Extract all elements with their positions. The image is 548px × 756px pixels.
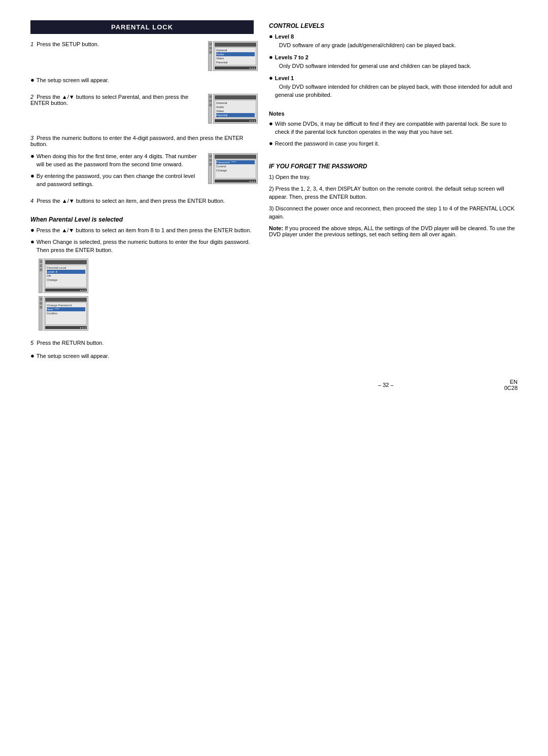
page-footer: – 32 – EN 0C28 (30, 379, 518, 391)
screen-mockup-b: Change Password New: **** Confirm ■ ■ ■ (44, 296, 88, 331)
screen-side-bar-b (39, 296, 43, 331)
menu-item: Parental (216, 60, 255, 64)
side-btn (40, 298, 43, 301)
step-3-bullet-1-text: When doing this for the first time, ente… (37, 152, 204, 169)
step-5-number: 5 (30, 340, 33, 346)
side-btn (40, 260, 43, 263)
menu-item: Audio (216, 105, 255, 109)
notes-title: Notes (269, 111, 518, 117)
when-parental-bullet-2: ● When Change is selected, press the num… (30, 238, 254, 255)
parental-lock-header: PARENTAL LOCK (30, 20, 254, 34)
menu-item-password: Password: **** (216, 160, 255, 164)
parental-screen-b: Change Password New: **** Confirm ■ ■ ■ (39, 296, 84, 331)
bullet-dot: ● (30, 152, 35, 161)
step-5-bullet-text: The setup screen will appear. (37, 352, 254, 361)
screen-menu-b: Change Password New: **** Confirm (45, 302, 87, 325)
step-1-text: 1 Press the SETUP button. (30, 41, 204, 47)
menu-item-change: Change (47, 278, 85, 282)
step-3-instruction: Press the numeric buttons to enter the 4… (30, 135, 243, 147)
side-btn (209, 159, 212, 162)
screen-bottom-bar: ■ ■ ■ (215, 179, 256, 183)
forget-note: Note: If you proceed the above steps, AL… (269, 225, 518, 237)
screen-side-bar-2 (208, 94, 212, 124)
when-parental-bullet-1-text: Press the ▲/▼ buttons to select an item … (37, 226, 254, 235)
level-8-desc: DVD software of any grade (adult/general… (275, 42, 456, 48)
bullet-dot: ● (269, 32, 273, 41)
side-btn (209, 51, 212, 54)
side-btn (209, 95, 212, 98)
step-5-bullet: ● The setup screen will appear. (30, 352, 254, 361)
bullet-dot: ● (269, 120, 273, 128)
menu-item-change-header: Change Password (47, 303, 85, 307)
forget-note-text: If you proceed the above steps, ALL the … (269, 225, 515, 237)
screen-dots: ■ ■ ■ (249, 179, 255, 183)
when-parental-bullet-2-text: When Change is selected, press the numer… (37, 238, 254, 255)
step-3-bullet-2-text: By entering the password, you can then c… (37, 172, 204, 189)
step-3-screen: Password: **** Control Change ■ ■ ■ (208, 153, 254, 184)
screen-dots: ■ ■ ■ (80, 326, 86, 329)
forget-step-2-text: 2) Press the 1, 2, 3, 4, then DISPLAY bu… (269, 185, 518, 201)
screen-bottom-bar: ■ ■ ■ (45, 326, 87, 329)
side-btn (40, 302, 43, 305)
menu-item-parental-active: Parental (216, 113, 255, 117)
screen-mockup-1: General Audio Video Parental ■ ■ ■ (213, 41, 258, 71)
menu-item: Video (216, 109, 255, 113)
bullet-dot: ● (30, 76, 35, 85)
forget-step-3: 3) Disconnect the power once and reconne… (269, 204, 518, 221)
level-8-block: Level 8 DVD software of any grade (adult… (275, 32, 456, 49)
side-btn (209, 103, 212, 106)
levels-7-2-item: ● Levels 7 to 2 Only DVD software intend… (269, 53, 518, 70)
step-4-number: 4 (30, 198, 33, 204)
level-1-label: Level 1 (275, 75, 294, 81)
screen-side-bar-3 (208, 153, 212, 184)
screen-top (215, 43, 256, 47)
notes-section: Notes ● With some DVDs, it may be diffic… (269, 111, 518, 151)
level-8-label: Level 8 (275, 33, 294, 40)
step-1-screen: General Audio Video Parental ■ ■ ■ (208, 41, 254, 71)
levels-7-2-block: Levels 7 to 2 Only DVD software intended… (275, 53, 471, 70)
step-3-text-block: 3 Press the numeric buttons to enter the… (30, 135, 254, 147)
footer-code: 0C28 (504, 385, 518, 391)
footer-lang: EN (504, 379, 518, 385)
menu-item-confirm: Confirm (47, 311, 85, 315)
screen-top (45, 298, 87, 302)
note-2: ● Record the password in case you forget… (269, 139, 518, 148)
bullet-dot: ● (269, 139, 273, 148)
levels-7-2-label: Levels 7 to 2 (275, 54, 309, 60)
forget-step-3-text: 3) Disconnect the power once and reconne… (269, 204, 518, 221)
right-column: CONTROL LEVELS ● Level 8 DVD software of… (269, 20, 518, 364)
screen-top (45, 260, 87, 264)
screen-bottom-bar: ■ ■ ■ (45, 289, 87, 292)
step-3-details: ● When doing this for the first time, en… (30, 152, 254, 192)
side-btn (209, 43, 212, 46)
step-1-instruction: Press the SETUP button. (37, 41, 99, 47)
screen-top (215, 155, 256, 159)
level-8-item: ● Level 8 DVD software of any grade (adu… (269, 32, 518, 49)
menu-item: Control (216, 164, 255, 168)
step-3-number: 3 (30, 135, 33, 141)
step-2-instruction: Press the ▲/▼ buttons to select Parental… (30, 94, 188, 106)
forget-password-title: IF YOU FORGET THE PASSWORD (269, 163, 518, 170)
note-1: ● With some DVDs, it may be difficult to… (269, 120, 518, 136)
screen-mockup-2: General Audio Video Parental ■ ■ ■ (213, 94, 258, 124)
bullet-dot: ● (269, 74, 273, 83)
screen-menu-a: Parental Level Level: 8 Off Change (45, 265, 87, 287)
bullet-dot: ● (269, 53, 273, 62)
screen-bottom-bar: ■ ■ ■ (215, 119, 256, 122)
when-parental-title: When Parental Level is selected (30, 216, 254, 223)
step-5-instruction: Press the RETURN button. (37, 340, 104, 346)
step-3-bullet-2: ● By entering the password, you can then… (30, 172, 204, 189)
step-2-screen: General Audio Video Parental ■ ■ ■ (208, 94, 254, 124)
screen-mockup-3: Password: **** Control Change ■ ■ ■ (213, 153, 258, 184)
side-btn (209, 155, 212, 158)
screen-top (215, 95, 256, 99)
screen-menu-2: General Audio Video Parental (215, 100, 256, 118)
left-column: PARENTAL LOCK 1 Press the SETUP button. (30, 20, 254, 364)
forget-password-section: IF YOU FORGET THE PASSWORD 1) Open the t… (269, 161, 518, 237)
side-btn (40, 268, 43, 271)
menu-item: General (216, 101, 255, 105)
side-btn (40, 264, 43, 267)
screen-menu: General Audio Video Parental (215, 47, 256, 65)
step-2-text: 2 Press the ▲/▼ buttons to select Parent… (30, 94, 204, 106)
step-3-bullets: ● When doing this for the first time, en… (30, 152, 204, 192)
